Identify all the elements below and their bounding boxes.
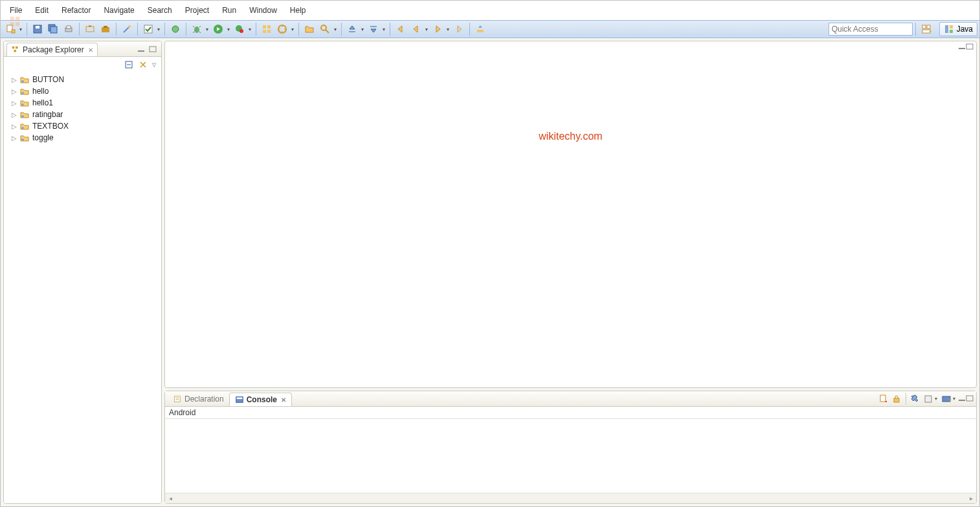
forward-icon[interactable] bbox=[432, 23, 443, 35]
checkbox-icon[interactable] bbox=[142, 23, 154, 35]
svg-point-44 bbox=[21, 127, 24, 129]
debug-dropdown[interactable]: ▾ bbox=[205, 23, 210, 35]
tab-console[interactable]: Console ✕ bbox=[229, 393, 292, 406]
create-type-dropdown[interactable]: ▾ bbox=[290, 23, 295, 35]
close-tab-icon[interactable]: ✕ bbox=[281, 396, 286, 404]
svg-text:+: + bbox=[948, 397, 952, 404]
clear-console-icon[interactable] bbox=[878, 394, 889, 404]
console-scrollbar[interactable]: ◂ ▸ bbox=[165, 493, 976, 503]
quick-access-input[interactable] bbox=[829, 23, 913, 36]
svg-point-14 bbox=[172, 26, 179, 32]
tree-row[interactable]: ▷ hello bbox=[6, 85, 159, 97]
svg-point-15 bbox=[194, 27, 199, 33]
menu-file[interactable]: File bbox=[3, 3, 28, 17]
main-toolbar: ▾ ▾ ▾ ▾ ▾ ▾ ▾ ▾ ▾ ▾ ▾ + Java bbox=[1, 20, 979, 38]
project-label: toggle bbox=[32, 133, 54, 142]
expand-icon[interactable]: ▷ bbox=[12, 111, 18, 118]
menu-search[interactable]: Search bbox=[141, 3, 179, 17]
tree-row[interactable]: ▷ hello1 bbox=[6, 97, 159, 109]
scroll-right-icon[interactable]: ▸ bbox=[966, 494, 976, 503]
save-icon[interactable] bbox=[32, 23, 43, 35]
open-folder-icon[interactable] bbox=[304, 23, 315, 35]
menu-window[interactable]: Window bbox=[243, 3, 284, 17]
project-icon bbox=[19, 109, 30, 120]
run-last-icon[interactable] bbox=[234, 23, 245, 35]
wand-icon[interactable] bbox=[121, 23, 133, 35]
next-annotation-icon[interactable] bbox=[368, 23, 379, 35]
menu-edit[interactable]: Edit bbox=[28, 3, 55, 17]
back-history-icon[interactable] bbox=[410, 23, 422, 35]
search-icon[interactable] bbox=[319, 23, 331, 35]
menu-navigate[interactable]: Navigate bbox=[97, 3, 140, 17]
print-icon[interactable] bbox=[63, 23, 74, 35]
expand-icon[interactable]: ▷ bbox=[12, 76, 18, 83]
debug-icon[interactable] bbox=[191, 23, 203, 35]
open-perspective-icon[interactable]: + bbox=[920, 23, 932, 35]
back-icon[interactable] bbox=[395, 23, 406, 35]
project-icon bbox=[19, 121, 30, 131]
view-tab-label: Package Explorer bbox=[23, 45, 84, 54]
collapse-all-icon[interactable] bbox=[124, 59, 134, 70]
project-label: hello bbox=[32, 87, 49, 96]
minimize-view-icon[interactable] bbox=[136, 45, 146, 54]
tree-row[interactable]: ▷ BUTTON bbox=[6, 74, 159, 85]
forward-history-icon[interactable] bbox=[453, 23, 465, 35]
minimize-panel-icon[interactable] bbox=[958, 394, 966, 404]
scroll-lock-icon[interactable] bbox=[891, 394, 902, 404]
svg-rect-32 bbox=[950, 30, 953, 33]
create-package-icon[interactable] bbox=[261, 23, 273, 35]
toolbox-icon[interactable] bbox=[100, 23, 111, 35]
open-console-icon[interactable]: + bbox=[941, 394, 952, 404]
run-dropdown[interactable]: ▾ bbox=[226, 23, 231, 35]
minimize-editor-icon[interactable] bbox=[958, 43, 966, 52]
svg-rect-35 bbox=[14, 50, 16, 52]
package-explorer-view: Package Explorer ✕ ▽ ▷ BUTTON ▷ hello bbox=[3, 41, 162, 504]
maximize-panel-icon[interactable] bbox=[966, 394, 974, 404]
tab-label: Declaration bbox=[184, 394, 224, 404]
menu-run[interactable]: Run bbox=[216, 3, 243, 17]
menu-help[interactable]: Help bbox=[284, 3, 313, 17]
link-editor-icon[interactable] bbox=[138, 59, 148, 70]
maximize-editor-icon[interactable] bbox=[966, 43, 974, 52]
pin-console-icon[interactable] bbox=[910, 394, 920, 404]
maximize-view-icon[interactable] bbox=[148, 45, 158, 54]
svg-rect-55 bbox=[925, 396, 931, 402]
run-icon[interactable] bbox=[212, 23, 224, 35]
expand-icon[interactable]: ▷ bbox=[12, 88, 18, 95]
run-last-dropdown[interactable]: ▾ bbox=[247, 23, 252, 35]
expand-icon[interactable]: ▷ bbox=[12, 123, 18, 130]
svg-point-12 bbox=[128, 25, 131, 28]
menu-project[interactable]: Project bbox=[179, 3, 216, 17]
new-dropdown[interactable]: ▾ bbox=[18, 23, 23, 35]
perspective-java[interactable]: Java bbox=[939, 22, 977, 36]
build-icon[interactable] bbox=[84, 23, 96, 35]
expand-icon[interactable]: ▷ bbox=[12, 100, 18, 107]
upload-icon[interactable] bbox=[474, 23, 486, 35]
search-dropdown[interactable]: ▾ bbox=[333, 23, 338, 35]
new-class-icon[interactable] bbox=[170, 23, 181, 35]
saveall-icon[interactable] bbox=[47, 23, 59, 35]
new-icon[interactable] bbox=[5, 23, 16, 35]
tree-row[interactable]: ▷ toggle bbox=[6, 132, 159, 144]
svg-rect-5 bbox=[50, 27, 57, 33]
view-tab-package-explorer[interactable]: Package Explorer ✕ bbox=[6, 43, 98, 56]
view-menu-dropdown[interactable]: ▽ bbox=[152, 62, 156, 68]
checkbox-dropdown[interactable]: ▾ bbox=[156, 23, 161, 35]
editor-area: wikitechy.com bbox=[164, 41, 977, 388]
prev-annotation-icon[interactable] bbox=[346, 23, 358, 35]
close-view-icon[interactable]: ✕ bbox=[88, 47, 93, 54]
display-selected-console-icon[interactable] bbox=[923, 394, 933, 404]
svg-rect-31 bbox=[950, 25, 953, 28]
svg-rect-37 bbox=[150, 47, 156, 52]
tree-row[interactable]: ▷ TEXTBOX bbox=[6, 120, 159, 132]
perspective-label: Java bbox=[957, 25, 973, 34]
svg-rect-10 bbox=[102, 27, 109, 32]
svg-rect-9 bbox=[89, 25, 91, 27]
tab-declaration[interactable]: Declaration bbox=[168, 393, 229, 405]
console-output[interactable] bbox=[165, 419, 976, 493]
tree-row[interactable]: ▷ ratingbar bbox=[6, 109, 159, 120]
menu-refactor[interactable]: Refactor bbox=[55, 3, 97, 17]
create-type-icon[interactable] bbox=[276, 23, 288, 35]
scroll-left-icon[interactable]: ◂ bbox=[165, 494, 175, 503]
expand-icon[interactable]: ▷ bbox=[12, 135, 18, 142]
